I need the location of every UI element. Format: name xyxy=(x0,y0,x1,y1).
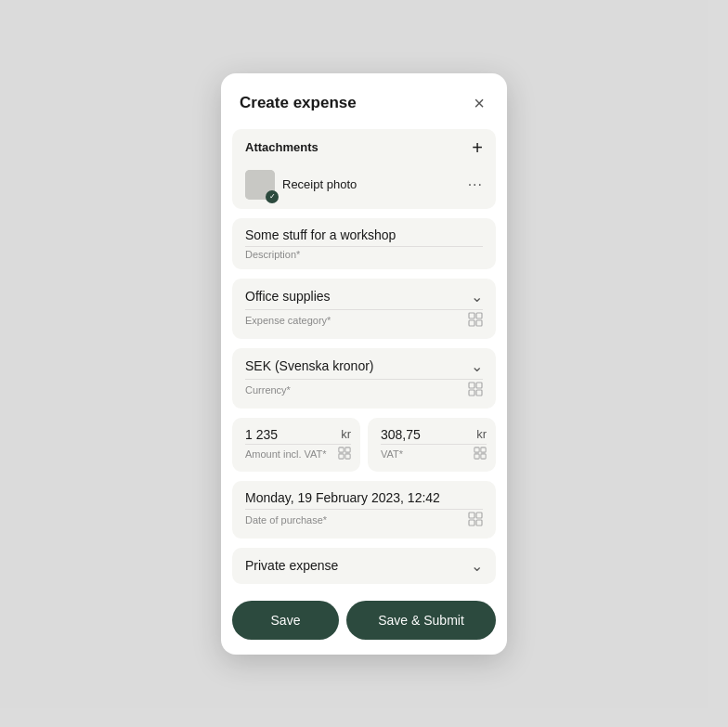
vat-currency: kr xyxy=(476,427,487,441)
amount-incl-vat-divider xyxy=(245,444,351,445)
private-expense-section[interactable]: Private expense ⌄ xyxy=(232,548,496,584)
amount-incl-vat-icon xyxy=(338,447,351,462)
currency-value: SEK (Svenska kronor) xyxy=(245,358,374,373)
private-expense-chevron-icon: ⌄ xyxy=(471,557,483,575)
expense-category-value: Office supplies xyxy=(245,289,331,304)
private-expense-row: Private expense ⌄ xyxy=(245,557,483,578)
buttons-row: Save Save & Submit xyxy=(221,593,507,655)
amount-incl-vat-label: Amount incl. VAT* xyxy=(245,447,351,466)
expense-category-row: Office supplies ⌄ xyxy=(245,288,483,309)
svg-rect-8 xyxy=(339,447,344,451)
svg-rect-11 xyxy=(345,453,350,458)
description-value[interactable]: Some stuff for a workshop xyxy=(245,227,483,246)
save-submit-button[interactable]: Save & Submit xyxy=(346,601,496,640)
svg-rect-4 xyxy=(469,383,474,388)
add-attachment-button[interactable]: + xyxy=(472,138,483,157)
svg-rect-1 xyxy=(476,313,482,318)
svg-rect-18 xyxy=(469,520,474,526)
amount-row: 1 235 kr Amount incl. VAT* 308,75 kr xyxy=(232,418,496,472)
svg-rect-12 xyxy=(474,447,479,451)
date-section[interactable]: Monday, 19 February 2023, 12:42 Date of … xyxy=(232,481,496,539)
svg-rect-9 xyxy=(345,447,350,451)
amount-value-row: 1 235 kr xyxy=(245,427,351,444)
attachments-section: Attachments + ✓ Receipt photo ··· xyxy=(232,129,496,209)
vat-label: VAT* xyxy=(381,447,487,466)
svg-rect-16 xyxy=(469,513,474,518)
attachments-label: Attachments xyxy=(245,140,318,154)
expense-category-icon xyxy=(468,312,483,330)
attachment-left: ✓ Receipt photo xyxy=(245,170,357,200)
description-section: Some stuff for a workshop Description* xyxy=(232,218,496,269)
svg-rect-15 xyxy=(481,453,486,458)
description-label: Description* xyxy=(245,249,483,264)
amount-incl-vat-field[interactable]: 1 235 kr Amount incl. VAT* xyxy=(232,418,360,472)
close-button[interactable]: × xyxy=(470,92,488,114)
svg-rect-7 xyxy=(476,390,482,396)
svg-rect-0 xyxy=(469,313,474,318)
expense-category-label: Expense category* xyxy=(245,312,483,333)
description-divider xyxy=(245,246,483,247)
backdrop: Create expense × Attachments + ✓ Receipt… xyxy=(0,0,728,727)
svg-rect-6 xyxy=(469,390,474,396)
currency-icon xyxy=(468,382,483,399)
expense-category-divider xyxy=(245,309,483,310)
svg-rect-10 xyxy=(339,453,344,458)
private-expense-value: Private expense xyxy=(245,558,338,573)
vat-field[interactable]: 308,75 kr VAT* xyxy=(368,418,496,472)
svg-rect-19 xyxy=(476,520,482,526)
vat-icon xyxy=(474,447,487,462)
amount-incl-vat-value: 1 235 xyxy=(245,427,278,442)
vat-value-row: 308,75 kr xyxy=(381,427,487,444)
checkmark-badge: ✓ xyxy=(266,190,279,203)
currency-chevron-icon: ⌄ xyxy=(471,357,483,375)
expense-category-section[interactable]: Office supplies ⌄ Expense category* xyxy=(232,279,496,339)
expense-category-chevron-icon: ⌄ xyxy=(471,288,483,305)
attachment-thumbnail: ✓ xyxy=(245,170,275,200)
attachment-more-button[interactable]: ··· xyxy=(468,176,483,193)
modal-header: Create expense × xyxy=(221,73,507,129)
vat-divider xyxy=(381,444,487,445)
svg-rect-14 xyxy=(474,453,479,458)
currency-divider xyxy=(245,379,483,380)
save-button[interactable]: Save xyxy=(232,601,339,640)
date-icon xyxy=(468,512,483,529)
currency-row: SEK (Svenska kronor) ⌄ xyxy=(245,357,483,379)
modal-title: Create expense xyxy=(240,94,357,112)
attachment-name: Receipt photo xyxy=(282,177,357,191)
modal: Create expense × Attachments + ✓ Receipt… xyxy=(221,73,507,655)
currency-section[interactable]: SEK (Svenska kronor) ⌄ Currency* xyxy=(232,348,496,409)
vat-value: 308,75 xyxy=(381,427,421,442)
svg-rect-3 xyxy=(476,320,482,326)
amount-incl-vat-currency: kr xyxy=(341,427,351,441)
svg-rect-5 xyxy=(476,383,482,388)
attachment-row: ✓ Receipt photo ··· xyxy=(232,164,496,209)
currency-label: Currency* xyxy=(245,382,483,403)
date-label: Date of purchase* xyxy=(245,512,483,533)
date-divider xyxy=(245,509,483,510)
date-value: Monday, 19 February 2023, 12:42 xyxy=(245,490,483,509)
svg-rect-13 xyxy=(481,447,486,451)
attachments-header: Attachments + xyxy=(232,129,496,164)
svg-rect-2 xyxy=(469,320,474,326)
svg-rect-17 xyxy=(476,513,482,518)
